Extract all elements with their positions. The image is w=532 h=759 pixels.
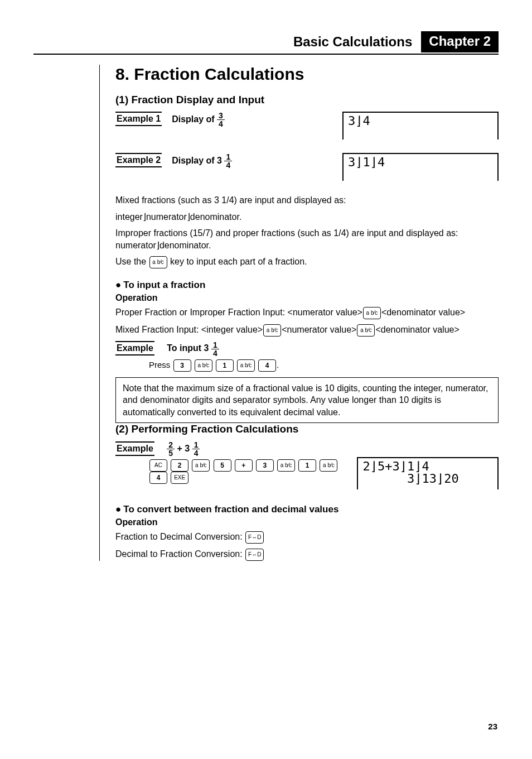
text: . bbox=[277, 360, 279, 369]
example-1-label: Example 1 bbox=[115, 112, 162, 126]
conversion-line: Fraction to Decimal Conversion: F↔D bbox=[115, 531, 499, 544]
text: + 3 bbox=[177, 444, 190, 453]
calculator-display: 2⌋5+3⌋1⌋4 3⌋13⌋20 bbox=[357, 457, 499, 489]
abc-key-icon: a b⁄c bbox=[357, 324, 375, 337]
example-2-row: Example 2 Display of 3 1 4 3⌋1⌋4 bbox=[115, 153, 499, 181]
fraction-icon: 3 4 bbox=[217, 112, 225, 128]
header-title: Basic Calculations bbox=[293, 34, 412, 50]
operation-line: Mixed Fraction Input: <integer value>a b… bbox=[115, 324, 499, 337]
denominator: 4 bbox=[224, 161, 232, 169]
denominator: 5 bbox=[167, 449, 175, 457]
denominator: 4 bbox=[192, 449, 200, 457]
fraction-icon: 1 4 bbox=[211, 341, 219, 357]
key-3-icon: 3 bbox=[173, 359, 191, 372]
example-label: Example bbox=[115, 441, 154, 456]
bullet-heading: To convert between fraction and decimal … bbox=[115, 504, 499, 515]
operation-heading: Operation bbox=[115, 293, 499, 303]
text: Use the bbox=[115, 257, 149, 266]
fraction-icon: 1 4 bbox=[224, 153, 232, 169]
denominator: 4 bbox=[211, 349, 219, 357]
section-title: 8. Fraction Calculations bbox=[115, 65, 499, 84]
abc-key-icon: a b⁄c bbox=[149, 256, 167, 268]
example-body: 2 5 + 3 1 4 bbox=[167, 444, 200, 453]
example-label: Example bbox=[115, 341, 154, 356]
operation-heading: Operation bbox=[115, 517, 499, 527]
example-1-text: Display of bbox=[172, 114, 214, 124]
example-2-text: Display of 3 bbox=[172, 156, 222, 165]
abc-key-icon: a b⁄c bbox=[195, 359, 212, 372]
exe-key-icon: EXE bbox=[171, 472, 188, 484]
example-1-row: Example 1 Display of 3 4 3⌋4 bbox=[115, 112, 499, 140]
page-number: 23 bbox=[488, 722, 497, 731]
abc-key-icon: a b⁄c bbox=[192, 459, 210, 472]
example-1-body: Display of 3 4 bbox=[172, 112, 342, 128]
key-sequence: AC 2 a b⁄c 5 + 3 a b⁄c 1 a b⁄c 4 EXE bbox=[149, 459, 357, 484]
header-bar: Basic Calculations Chapter 2 bbox=[33, 31, 499, 55]
abc-key-icon: a b⁄c bbox=[277, 459, 295, 472]
text: Decimal to Fraction Conversion: bbox=[115, 549, 245, 559]
calculator-display: 3⌋4 bbox=[342, 112, 499, 140]
abc-key-icon: a b⁄c bbox=[363, 307, 381, 319]
example-input-row: Example To input 3 1 4 bbox=[115, 341, 499, 357]
plus-key-icon: + bbox=[235, 459, 253, 472]
text: <denominator value> bbox=[381, 308, 465, 317]
text: Proper Fraction or Improper Fraction Inp… bbox=[115, 308, 362, 317]
paragraph: Use the a b⁄c key to input each part of … bbox=[115, 256, 499, 268]
subsection-1-title: (1) Fraction Display and Input bbox=[115, 94, 499, 106]
key-1-icon: 1 bbox=[298, 459, 316, 472]
key-3-icon: 3 bbox=[256, 459, 274, 472]
numerator: 1 bbox=[211, 341, 219, 349]
fraction-icon: 1 4 bbox=[192, 441, 200, 457]
abc-key-icon: a b⁄c bbox=[263, 324, 281, 337]
operation-line: Proper Fraction or Improper Fraction Inp… bbox=[115, 306, 499, 319]
numerator: 2 bbox=[167, 441, 175, 449]
text: Press bbox=[149, 360, 173, 369]
calc-key-row: AC 2 a b⁄c 5 + 3 a b⁄c 1 a b⁄c 4 EXE 2⌋5… bbox=[115, 457, 499, 489]
conversion-line: Decimal to Fraction Conversion: F↔D bbox=[115, 548, 499, 561]
text: key to input each part of a fraction. bbox=[168, 257, 307, 266]
example-text: To input 3 bbox=[167, 343, 209, 353]
example-2-label: Example 2 bbox=[115, 153, 162, 167]
text: <denominator value> bbox=[375, 325, 459, 334]
fd-key-icon: F↔D bbox=[245, 531, 264, 544]
abc-key-icon: a b⁄c bbox=[320, 459, 337, 472]
example-calc-row: Example 2 5 + 3 1 4 bbox=[115, 441, 499, 457]
key-5-icon: 5 bbox=[214, 459, 231, 472]
fd-key-icon: F↔D bbox=[245, 549, 264, 561]
denominator: 4 bbox=[217, 120, 225, 128]
paragraph: Improper fractions (15/7) and proper fra… bbox=[115, 227, 499, 251]
key-4-icon: 4 bbox=[149, 472, 167, 484]
note-box: Note that the maximum size of a fraction… bbox=[115, 377, 499, 424]
numerator: 1 bbox=[224, 153, 232, 161]
paragraph: integer⌋numerator⌋denominator. bbox=[115, 211, 499, 223]
key-1-icon: 1 bbox=[216, 359, 234, 372]
header-chapter: Chapter 2 bbox=[421, 31, 499, 52]
subsection-2-title: (2) Performing Fraction Calculations bbox=[115, 423, 499, 435]
key-4-icon: 4 bbox=[258, 359, 276, 372]
bullet-heading: To input a fraction bbox=[115, 280, 499, 291]
text: <numerator value> bbox=[282, 325, 356, 334]
content-column: 8. Fraction Calculations (1) Fraction Di… bbox=[99, 65, 499, 561]
text: Mixed Fraction Input: <integer value> bbox=[115, 325, 263, 334]
paragraph: Mixed fractions (such as 3 1/4) are inpu… bbox=[115, 194, 499, 206]
numerator: 1 bbox=[192, 441, 200, 449]
calculator-display: 3⌋1⌋4 bbox=[342, 153, 499, 181]
ac-key-icon: AC bbox=[149, 459, 167, 472]
text: Fraction to Decimal Conversion: bbox=[115, 532, 245, 541]
numerator: 3 bbox=[217, 112, 225, 120]
press-line: Press 3 a b⁄c 1 a b⁄c 4. bbox=[149, 359, 499, 372]
fraction-icon: 2 5 bbox=[167, 441, 175, 457]
example-body: To input 3 1 4 bbox=[167, 343, 219, 353]
key-2-icon: 2 bbox=[171, 459, 188, 472]
example-2-body: Display of 3 1 4 bbox=[172, 153, 342, 169]
abc-key-icon: a b⁄c bbox=[237, 359, 255, 372]
